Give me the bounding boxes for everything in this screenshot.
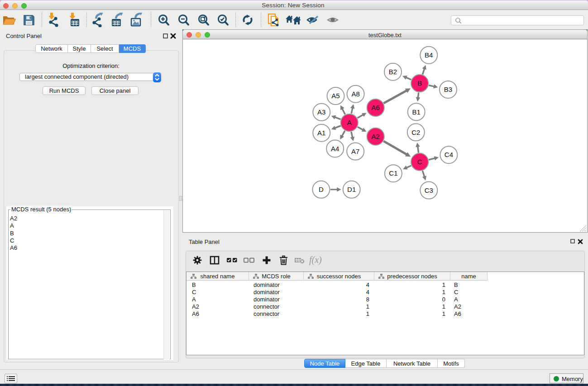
svg-text:A7: A7	[351, 148, 359, 155]
svg-text:C4: C4	[445, 151, 453, 158]
svg-text:B2: B2	[389, 68, 397, 76]
svg-text:B: B	[417, 79, 422, 87]
svg-text:A6: A6	[372, 104, 380, 111]
svg-text:A2: A2	[372, 133, 380, 140]
svg-text:C3: C3	[425, 186, 433, 194]
svg-text:C2: C2	[411, 129, 420, 136]
svg-text:A3: A3	[317, 108, 325, 116]
svg-text:A4: A4	[331, 145, 339, 152]
svg-text:A8: A8	[351, 90, 359, 98]
svg-text:A1: A1	[317, 129, 325, 137]
svg-text:D: D	[319, 186, 324, 193]
svg-text:A: A	[347, 119, 352, 126]
svg-text:C: C	[417, 158, 422, 166]
svg-text:B4: B4	[425, 51, 433, 59]
svg-text:A5: A5	[331, 92, 339, 100]
svg-text:D1: D1	[347, 186, 356, 193]
svg-text:C1: C1	[389, 169, 397, 177]
svg-text:B1: B1	[412, 108, 421, 116]
svg-text:B3: B3	[444, 86, 452, 93]
